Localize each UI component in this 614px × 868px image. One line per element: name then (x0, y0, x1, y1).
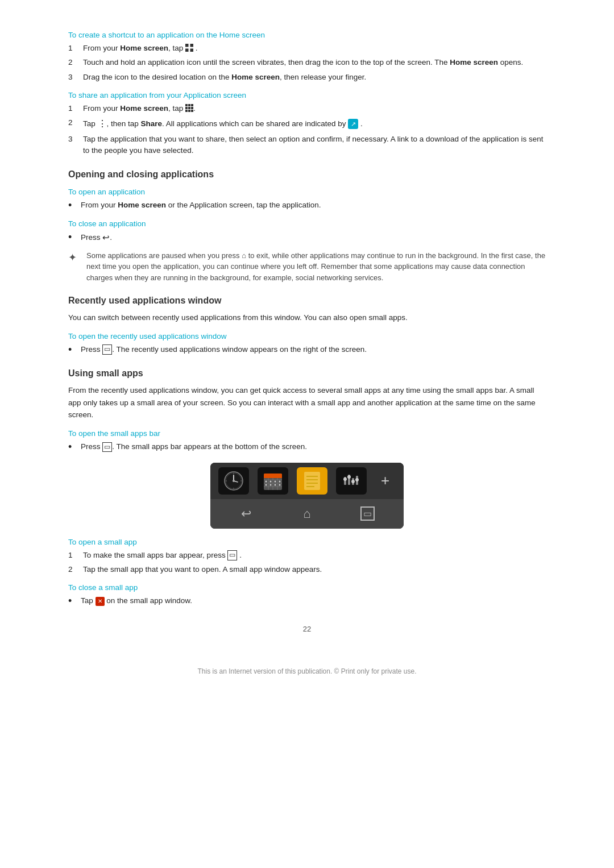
share-steps: 1 From your Home screen, tap . 2 Tap ⋮, … (68, 103, 546, 157)
close-app-list: • Press ↩. (68, 231, 546, 244)
svg-point-37 (275, 484, 276, 485)
recently-used-description: You can switch between recently used app… (68, 312, 546, 324)
open-small-apps-bar-list: • Press ▭. The small apps bar appears at… (68, 441, 546, 454)
plus-icon: + (381, 472, 389, 489)
page-footer: This is an Internet version of this publ… (68, 667, 546, 675)
open-small-app-subheading: To open a small app (68, 538, 546, 546)
tip-icon: ✦ (68, 250, 81, 284)
list-item: 2 Tap ⋮, then tap Share. All application… (68, 117, 546, 131)
svg-point-49 (347, 475, 351, 479)
shortcut-steps: 1 From your Home screen, tap . 2 Touch a… (68, 43, 546, 83)
svg-point-36 (270, 484, 272, 485)
recent-icon: ▭ (102, 344, 112, 355)
apps-bar-bottom-row: ↩ ⌂ ▭ (210, 499, 404, 529)
svg-point-34 (279, 480, 281, 482)
x-close-icon: ✕ (96, 597, 105, 606)
opening-closing-heading: Opening and closing applications (68, 169, 546, 180)
svg-rect-11 (188, 110, 190, 112)
apps-bar-top-row: + (210, 463, 404, 499)
svg-rect-24 (264, 476, 282, 478)
open-recent-list: • Press ▭. The recently used application… (68, 344, 546, 356)
recent-icon-2: ▭ (102, 442, 112, 452)
svg-rect-1 (190, 44, 194, 47)
small-apps-description: From the recently used applications wind… (68, 384, 546, 421)
svg-rect-12 (191, 110, 193, 112)
svg-point-38 (279, 484, 281, 485)
add-app-icon: + (375, 467, 396, 495)
list-item: • Press ↩. (68, 231, 546, 244)
close-app-subheading: To close an application (68, 219, 546, 228)
svg-point-31 (265, 480, 267, 482)
svg-rect-8 (188, 107, 190, 109)
svg-rect-39 (304, 472, 320, 490)
svg-rect-10 (185, 110, 188, 112)
svg-rect-3 (190, 49, 194, 52)
settings-app-icon (336, 467, 367, 495)
recent-icon-3: ▭ (227, 550, 237, 560)
svg-point-48 (343, 477, 347, 481)
svg-rect-6 (191, 104, 193, 106)
home-icon: ⌂ (242, 251, 246, 260)
grid-icon-2 (185, 104, 193, 113)
svg-point-32 (270, 480, 272, 482)
apps-bar-container: + ↩ ⌂ ▭ (210, 463, 404, 529)
list-item: 3 Drag the icon to the desired location … (68, 72, 546, 83)
list-item: 3 Tap the application that you want to s… (68, 134, 546, 157)
note-box: ✦ Some applications are paused when you … (68, 250, 546, 284)
back-icon: ↩ (102, 232, 110, 242)
nav-home-icon: ⌂ (287, 504, 327, 524)
share-heading: To share an application from your Applic… (68, 91, 546, 99)
svg-point-33 (275, 480, 276, 482)
page-number: 22 (68, 625, 546, 633)
svg-rect-9 (191, 107, 193, 109)
calendar-app-icon (258, 467, 288, 495)
list-item: • Press ▭. The small apps bar appears at… (68, 441, 546, 454)
list-item: • Press ▭. The recently used application… (68, 344, 546, 356)
open-small-apps-bar-subheading: To open the small apps bar (68, 429, 546, 438)
small-apps-heading: Using small apps (68, 368, 546, 379)
clock-app-icon (218, 467, 249, 495)
open-app-list: • From your Home screen or the Applicati… (68, 200, 546, 212)
svg-rect-4 (185, 104, 188, 106)
list-item: 1 From your Home screen, tap . (68, 103, 546, 114)
list-item: 1 From your Home screen, tap . (68, 43, 546, 54)
list-item: • Tap ✕ on the small app window. (68, 595, 546, 608)
recently-used-heading: Recently used applications window (68, 296, 546, 306)
svg-point-51 (355, 478, 359, 481)
apps-bar-image: + ↩ ⌂ ▭ (68, 463, 546, 529)
page-content: To create a shortcut to an application o… (68, 31, 546, 675)
nav-back-icon: ↩ (226, 504, 266, 524)
open-small-app-steps: 1 To make the small apps bar appear, pre… (68, 550, 546, 576)
open-recent-subheading: To open the recently used applications w… (68, 332, 546, 340)
svg-rect-0 (185, 44, 189, 47)
close-small-app-list: • Tap ✕ on the small app window. (68, 595, 546, 608)
notepad-app-icon (297, 467, 327, 495)
svg-point-50 (351, 480, 355, 483)
nav-recent-icon: ▭ (348, 504, 388, 524)
open-app-subheading: To open an application (68, 188, 546, 196)
list-item: 1 To make the small apps bar appear, pre… (68, 550, 546, 561)
svg-rect-2 (185, 49, 189, 52)
svg-rect-7 (185, 107, 188, 109)
svg-rect-5 (188, 104, 190, 106)
shortcut-heading: To create a shortcut to an application o… (68, 31, 546, 39)
svg-point-17 (233, 480, 235, 482)
menu-icon: ⋮ (98, 119, 107, 128)
share-icon: ↗ (348, 119, 358, 129)
list-item: 2 Touch and hold an application icon unt… (68, 57, 546, 68)
grid-icon (185, 44, 193, 53)
close-small-app-subheading: To close a small app (68, 583, 546, 592)
list-item: 2 Tap the small app that you want to ope… (68, 564, 546, 575)
list-item: • From your Home screen or the Applicati… (68, 200, 546, 212)
svg-point-35 (265, 484, 267, 485)
